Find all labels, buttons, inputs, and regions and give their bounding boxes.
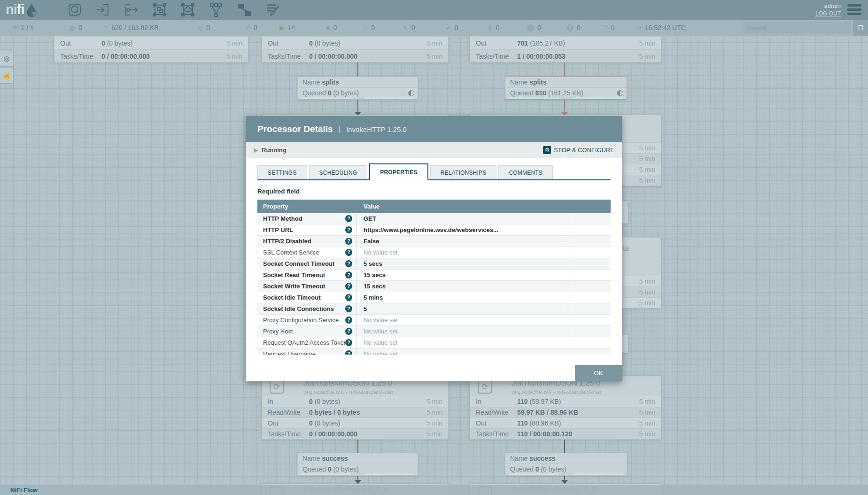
- tab-scheduling[interactable]: SCHEDULING: [309, 165, 368, 179]
- not-transmitting-icon: ⊘: [245, 24, 250, 31]
- help-icon[interactable]: ?: [345, 238, 352, 245]
- help-icon[interactable]: ?: [345, 260, 352, 267]
- property-row: HTTP/2 Disabled?False: [257, 236, 611, 247]
- logout-link[interactable]: LOG OUT: [815, 10, 841, 18]
- status-running: ▶14: [279, 20, 295, 36]
- global-menu-icon[interactable]: [847, 4, 861, 15]
- operate-palette-button[interactable]: ☝: [0, 68, 14, 84]
- property-row: Request OAuth2 Access Token Provider?No …: [257, 337, 611, 348]
- processor-toolbar-icon[interactable]: [67, 2, 83, 17]
- help-icon[interactable]: ?: [345, 215, 352, 222]
- status-queued: ≡620 / 163.82 KB: [104, 20, 159, 36]
- dialog-title: Processor Details: [257, 124, 333, 134]
- property-value: 15 secs: [357, 270, 571, 280]
- connection-label-success-left[interactable]: Name success Queued 0 (0 bytes): [297, 453, 418, 476]
- queue-bar: [509, 473, 558, 475]
- connection-label-success-right[interactable]: Name success Queued 0 (0 bytes): [505, 453, 627, 476]
- refresh-icon[interactable]: ↻: [636, 24, 642, 31]
- stop-and-configure-button[interactable]: ⚙ STOP & CONFIGURE: [543, 146, 614, 154]
- sync-failure-icon: !: [566, 24, 574, 31]
- queue-bar: [574, 473, 623, 475]
- property-row: Socket Idle Connections?5: [257, 303, 611, 315]
- tab-relationships[interactable]: RELATIONSHIPS: [430, 165, 497, 179]
- help-icon[interactable]: ?: [345, 317, 352, 324]
- running-icon: ▶: [279, 24, 285, 31]
- property-row: HTTP Method?GET: [257, 213, 611, 224]
- tab-settings[interactable]: SETTINGS: [257, 165, 307, 179]
- connection-line: [357, 440, 358, 453]
- status-transmitting: ◎0: [197, 20, 210, 36]
- status-invalid: ⚠0: [362, 20, 375, 36]
- help-icon[interactable]: ?: [345, 226, 352, 233]
- properties-table-header: Property Value: [257, 200, 611, 213]
- property-row: Socket Idle Timeout?5 mins: [257, 292, 611, 303]
- connection-label-splits-right[interactable]: Name splits Queued 610 (161.25 KB): [505, 77, 627, 100]
- property-row: Socket Write Timeout?15 secs: [257, 281, 611, 292]
- help-icon[interactable]: ?: [345, 328, 352, 335]
- stat-row: Read/Write0 bytes / 0 bytes5 min: [262, 407, 448, 418]
- help-icon[interactable]: ?: [345, 271, 352, 278]
- label-toolbar-icon[interactable]: [265, 2, 281, 17]
- funnel-toolbar-icon[interactable]: [208, 2, 224, 17]
- help-icon[interactable]: ?: [345, 339, 352, 346]
- stat-row: Out0 (0 bytes)5 min: [54, 36, 248, 49]
- connection-line-red: [564, 100, 565, 112]
- cluster-icon: ❖: [12, 24, 18, 31]
- tab-properties[interactable]: PROPERTIES: [369, 163, 428, 180]
- output-port-toolbar-icon[interactable]: [124, 2, 140, 17]
- processor-jolt-left[interactable]: ⟳ JoltTransformJSON 1.25.0 org.apache.ni…: [262, 376, 449, 440]
- stat-row: In0 (0 bytes)5 min: [262, 396, 448, 407]
- property-row: Request Username?No value set: [257, 348, 611, 355]
- property-value: 15 secs: [357, 281, 571, 292]
- remote-process-group-toolbar-icon[interactable]: [180, 2, 196, 17]
- processor-name-fragment: ta: [623, 244, 629, 253]
- input-port-toolbar-icon[interactable]: [95, 2, 111, 17]
- navigate-palette-button[interactable]: ◎: [0, 51, 14, 67]
- help-icon[interactable]: ?: [345, 305, 352, 312]
- ok-button[interactable]: OK: [575, 365, 622, 381]
- queue-percent-icon: [408, 90, 414, 96]
- property-value: No value set: [357, 337, 571, 348]
- property-value: https://www.pegelonline.wsv.de/webservic…: [357, 224, 571, 235]
- search-settings-button[interactable]: ❐: [853, 20, 868, 36]
- status-cluster: ❖1 / 1: [12, 20, 34, 36]
- property-value: 5 mins: [357, 292, 571, 303]
- connection-label-splits-left[interactable]: Name splits Queued 0 (0 bytes): [297, 77, 418, 100]
- property-value: GET: [357, 213, 571, 224]
- processor-stats-top-left[interactable]: Out0 (0 bytes)5 min Tasks/Time0 / 00:00:…: [54, 36, 248, 62]
- threads-icon: ▦: [69, 24, 75, 31]
- tab-comments[interactable]: COMMENTS: [498, 165, 553, 179]
- connection-line: [357, 62, 358, 77]
- help-icon[interactable]: ?: [345, 294, 352, 301]
- processor-stats-top-mid[interactable]: Out0 (0 bytes)5 min Tasks/Time0 / 00:00:…: [262, 36, 449, 62]
- connection-line: [357, 100, 358, 112]
- status-threads: ▦0: [69, 20, 82, 36]
- status-bar: ❖1 / 1 ▦0 ≡620 / 163.82 KB ◎0 ⊘0 ▶14 ■0 …: [0, 20, 868, 36]
- processor-jolt-right[interactable]: ⟳ JoltTransformJSON 1.25.0 org.apache.ni…: [470, 376, 661, 440]
- hand-icon: ☝: [2, 71, 11, 80]
- running-status-label: Running: [262, 147, 287, 154]
- help-icon[interactable]: ?: [345, 350, 352, 355]
- status-refresh[interactable]: ↻16:52:42 UTC: [636, 20, 686, 36]
- process-group-toolbar-icon[interactable]: [152, 2, 168, 17]
- queue-bar: [364, 473, 414, 475]
- breadcrumb[interactable]: NiFi Flow: [10, 487, 38, 494]
- logo-text-fi: fi: [17, 2, 24, 17]
- property-row: HTTP URL?https://www.pegelonline.wsv.de/…: [257, 224, 611, 236]
- help-icon[interactable]: ?: [345, 283, 352, 290]
- locally-modified-icon: ✳: [487, 24, 493, 31]
- queue-percent-icon: [617, 90, 623, 96]
- value-column-header: Value: [357, 203, 571, 210]
- processor-stats-top-right[interactable]: Out701 (185.27 KB)5 min Tasks/Time1 / 00…: [470, 36, 661, 62]
- status-disabled: ↯0: [403, 20, 415, 36]
- stat-row: Out110 (88.96 KB)5 min: [470, 418, 661, 428]
- property-column-header: Property: [257, 203, 357, 210]
- template-toolbar-icon[interactable]: [236, 2, 252, 17]
- property-value: No value set: [357, 247, 571, 258]
- property-row: SSL Context Service?No value set: [257, 247, 611, 258]
- stat-row: Out0 (0 bytes)5 min: [262, 418, 448, 428]
- search-input[interactable]: [743, 22, 851, 33]
- help-icon[interactable]: ?: [345, 249, 352, 256]
- queue-bar: [574, 97, 623, 99]
- breadcrumb-bar: NiFi Flow: [0, 485, 868, 495]
